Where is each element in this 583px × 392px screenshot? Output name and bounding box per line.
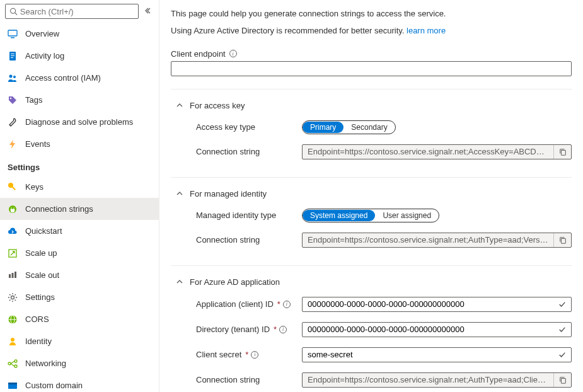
svg-rect-15 <box>9 274 11 278</box>
sidebar-item-label: Scale out <box>25 270 59 280</box>
sidebar-item-label: Scale up <box>25 248 57 258</box>
search-box[interactable] <box>5 4 139 19</box>
scaleout-icon <box>8 270 18 280</box>
sidebar-item-label: Quickstart <box>25 226 62 236</box>
svg-rect-3 <box>11 37 14 38</box>
svg-rect-34 <box>561 378 565 383</box>
svg-point-25 <box>14 365 17 367</box>
section-header-access-key[interactable]: For access key <box>171 97 572 114</box>
bolt-icon <box>8 139 18 149</box>
client-secret-label: Client secret* i <box>196 350 297 359</box>
sidebar-item-diagnose-and-solve-problems[interactable]: Diagnose and solve problems <box>0 111 159 133</box>
svg-rect-7 <box>11 57 13 58</box>
svg-rect-2 <box>8 30 17 36</box>
chevron-up-icon <box>176 278 183 285</box>
sidebar-item-overview[interactable]: Overview <box>0 23 159 45</box>
sidebar-item-label: Overview <box>25 29 59 38</box>
intro-line2: Using Azure Active Directory is recommen… <box>171 25 572 38</box>
sidebar-item-custom-domain[interactable]: Custom domain <box>0 374 159 392</box>
sidebar-item-label: Events <box>25 139 50 149</box>
section-header-aad-app[interactable]: For Azure AD application <box>171 274 572 291</box>
managed-identity-type-label: Managed identity type <box>196 210 297 220</box>
client-endpoint-input[interactable] <box>171 61 572 76</box>
svg-rect-16 <box>12 273 14 278</box>
pill-user-assigned[interactable]: User assigned <box>375 210 439 221</box>
scaleup-icon <box>8 248 18 258</box>
conn-string-access-key: Endpoint=https://contoso.service.signalr… <box>302 144 572 159</box>
sidebar-item-events[interactable]: Events <box>0 133 159 155</box>
sidebar-item-quickstart[interactable]: Quickstart <box>0 220 159 242</box>
check-icon <box>553 326 571 333</box>
tenant-id-input[interactable] <box>302 322 572 337</box>
net-icon <box>8 359 18 369</box>
sidebar-item-cors[interactable]: CORS <box>0 308 159 330</box>
collapse-sidebar-button[interactable] <box>144 6 154 18</box>
identity-icon <box>8 337 18 347</box>
sidebar-item-scale-out[interactable]: Scale out <box>0 264 159 286</box>
conn-string-label: Connection string <box>196 147 297 156</box>
globe-icon <box>8 314 18 325</box>
info-icon[interactable]: i <box>251 351 258 359</box>
sidebar-item-label: Access control (IAM) <box>25 73 101 83</box>
sidebar-item-networking[interactable]: Networking <box>0 352 159 374</box>
conn-string-label: Connection string <box>196 375 297 384</box>
people-icon <box>8 73 18 83</box>
learn-more-link[interactable]: learn more <box>407 26 446 35</box>
sidebar-item-keys[interactable]: Keys <box>0 176 159 198</box>
pill-system-assigned[interactable]: System assigned <box>303 210 375 221</box>
sidebar-item-label: Connection strings <box>25 204 93 214</box>
key-icon <box>8 182 18 192</box>
pill-secondary[interactable]: Secondary <box>343 122 395 133</box>
sidebar-item-settings[interactable]: Settings <box>0 286 159 308</box>
section-header-managed-identity[interactable]: For managed identity <box>171 185 572 202</box>
sidebar-item-activity-log[interactable]: Activity log <box>0 45 159 67</box>
cloud-icon <box>8 226 18 236</box>
section-access-key: For access key Access key type Primary S… <box>171 89 572 177</box>
svg-line-1 <box>15 13 17 14</box>
pill-primary[interactable]: Primary <box>303 122 343 133</box>
sidebar-item-label: Settings <box>25 292 55 302</box>
check-icon <box>553 351 571 359</box>
sidebar-item-connection-strings[interactable]: Connection strings <box>0 198 159 220</box>
svg-rect-32 <box>561 150 565 155</box>
access-key-type-label: Access key type <box>196 122 297 132</box>
sidebar-item-label: Diagnose and solve problems <box>25 117 133 127</box>
search-icon <box>9 7 18 16</box>
nav-scroll: OverviewActivity logAccess control (IAM)… <box>0 23 159 392</box>
sidebar-item-identity[interactable]: Identity <box>0 330 159 352</box>
client-id-input[interactable] <box>302 297 572 312</box>
client-secret-input[interactable] <box>302 347 572 362</box>
info-icon[interactable]: i <box>283 301 291 308</box>
chevron-up-icon <box>176 190 183 197</box>
copy-icon <box>559 236 567 244</box>
search-input[interactable] <box>20 7 134 16</box>
svg-rect-6 <box>11 55 14 56</box>
copy-button[interactable] <box>553 233 571 247</box>
sidebar-item-label: Tags <box>25 95 42 105</box>
copy-icon <box>559 376 567 384</box>
check-icon <box>553 301 571 308</box>
intro-text: This page could help you generate connec… <box>171 8 572 38</box>
svg-point-8 <box>9 74 13 78</box>
svg-rect-33 <box>561 238 565 243</box>
copy-button[interactable] <box>553 373 571 387</box>
monitor-icon <box>8 29 18 39</box>
access-key-type-toggle[interactable]: Primary Secondary <box>302 120 396 134</box>
sidebar-item-access-control-iam-[interactable]: Access control (IAM) <box>0 67 159 89</box>
main-content: This page could help you generate connec… <box>159 0 583 392</box>
section-aad-app: For Azure AD application Application (cl… <box>171 265 572 392</box>
tenant-id-label: Directory (tenant) ID* i <box>196 325 297 334</box>
info-icon[interactable]: i <box>279 326 287 333</box>
copy-button[interactable] <box>553 145 571 159</box>
intro-line1: This page could help you generate connec… <box>171 8 572 21</box>
sidebar-item-tags[interactable]: Tags <box>0 89 159 111</box>
section-managed-identity: For managed identity Managed identity ty… <box>171 177 572 265</box>
sidebar-item-scale-up[interactable]: Scale up <box>0 242 159 264</box>
managed-identity-type-toggle[interactable]: System assigned User assigned <box>302 209 439 222</box>
sidebar-item-label: Keys <box>25 182 43 192</box>
info-icon[interactable]: i <box>229 50 237 57</box>
sidebar-header-settings: Settings <box>0 155 159 176</box>
conn-string-managed-identity: Endpoint=https://contoso.service.signalr… <box>302 233 572 248</box>
sidebar-item-label: CORS <box>25 314 49 324</box>
wrench-icon <box>8 117 18 127</box>
